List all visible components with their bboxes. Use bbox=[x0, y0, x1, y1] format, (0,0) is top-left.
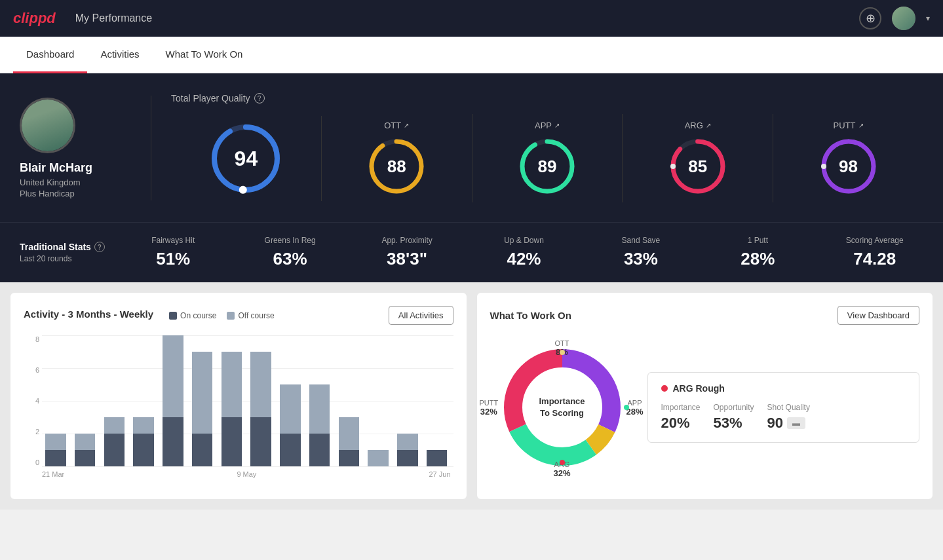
trad-stats-label: Traditional Stats ? Last 20 rounds bbox=[20, 242, 105, 263]
bar-on-course bbox=[133, 434, 153, 466]
donut-chart: ImportanceTo Scoring OTT 8% APP 28% ARG … bbox=[490, 335, 634, 479]
bar-off-course bbox=[309, 384, 330, 434]
arg-label: ARG ↗ bbox=[685, 121, 711, 130]
bar-on-course bbox=[397, 450, 417, 466]
tpq-help-icon[interactable]: ? bbox=[254, 93, 265, 103]
bar-group bbox=[218, 335, 246, 466]
bar-group bbox=[130, 335, 157, 466]
arg-segment-dot bbox=[560, 460, 565, 465]
bar-off-course bbox=[45, 434, 66, 450]
bar-off-course bbox=[75, 434, 95, 450]
shot-quality-tag: ▬ bbox=[787, 417, 805, 429]
add-button[interactable]: ⊕ bbox=[859, 7, 881, 29]
chart-area: 8 6 4 2 0 21 Mar 9 May 27 Jun bbox=[24, 335, 453, 486]
tpq-label: Total Player Quality ? bbox=[171, 93, 923, 103]
bar-on-course bbox=[280, 434, 300, 466]
trad-stats-title: Traditional Stats ? bbox=[20, 242, 105, 252]
bar-group bbox=[247, 335, 275, 466]
tab-nav: Dashboard Activities What To Work On bbox=[0, 37, 943, 73]
avatar-dropdown-icon[interactable]: ▾ bbox=[926, 14, 930, 23]
on-course-dot bbox=[169, 312, 177, 320]
stat-up-down: Up & Down 42% bbox=[475, 236, 572, 269]
user-avatar[interactable] bbox=[892, 7, 915, 30]
player-name: Blair McHarg bbox=[20, 161, 92, 175]
app-value: 89 bbox=[538, 157, 557, 177]
main-score-card: 94 bbox=[171, 116, 322, 201]
x-label-mar: 21 Mar bbox=[42, 470, 64, 486]
detail-opportunity: Opportunity 53% bbox=[714, 403, 754, 432]
bar-group bbox=[101, 335, 128, 466]
ott-score-card: OTT ↗ 88 bbox=[322, 114, 472, 202]
stat-sand-save: Sand Save 33% bbox=[592, 236, 689, 269]
bar-stack bbox=[104, 417, 125, 466]
app-score-card: APP ↗ 89 bbox=[472, 114, 623, 202]
bar-off-course bbox=[104, 417, 125, 434]
bar-stack bbox=[163, 335, 183, 466]
bar-on-course bbox=[221, 417, 242, 466]
nav-right: ⊕ ▾ bbox=[859, 7, 930, 30]
trad-stats-help-icon[interactable]: ? bbox=[94, 242, 105, 252]
bar-stack bbox=[45, 434, 66, 466]
y-label-6: 6 bbox=[35, 366, 39, 374]
detail-card: ARG Rough Importance 20% Opportunity 53%… bbox=[647, 372, 920, 443]
bar-group bbox=[336, 335, 363, 466]
player-country: United Kingdom bbox=[20, 177, 81, 187]
bar-off-course bbox=[368, 450, 388, 466]
legend-off-course: Off course bbox=[227, 311, 274, 320]
stat-fairways-hit: Fairways Hit 51% bbox=[125, 236, 221, 269]
bar-off-course bbox=[280, 384, 300, 434]
bar-group bbox=[423, 335, 451, 466]
ott-segment-dot bbox=[560, 350, 565, 355]
wtwo-title: What To Work On bbox=[490, 310, 571, 321]
what-to-work-on-panel: What To Work On View Dashboard Impo bbox=[477, 293, 933, 499]
putt-score-card: PUTT ↗ 98 bbox=[773, 114, 923, 202]
view-dashboard-button[interactable]: View Dashboard bbox=[837, 306, 919, 325]
bar-group bbox=[159, 335, 187, 466]
y-axis: 8 6 4 2 0 bbox=[24, 335, 39, 466]
bottom-panels: Activity - 3 Months - Weekly On course O… bbox=[0, 282, 943, 510]
bar-on-course bbox=[427, 450, 447, 466]
arg-circle: 85 bbox=[668, 137, 727, 196]
app-circle: 89 bbox=[518, 137, 577, 196]
plus-icon: ⊕ bbox=[866, 11, 876, 26]
bar-stack bbox=[309, 384, 330, 466]
arg-arrow-icon: ↗ bbox=[706, 122, 711, 129]
trad-stats-sublabel: Last 20 rounds bbox=[20, 254, 105, 263]
bar-off-course bbox=[250, 352, 271, 417]
bar-group bbox=[71, 335, 99, 466]
player-handicap: Plus Handicap bbox=[20, 189, 75, 198]
bar-on-course bbox=[192, 434, 212, 466]
bar-on-course bbox=[250, 417, 271, 466]
y-label-4: 4 bbox=[35, 397, 39, 405]
putt-value: 98 bbox=[839, 157, 858, 177]
y-label-0: 0 bbox=[35, 458, 39, 466]
ott-arrow-icon: ↗ bbox=[404, 122, 409, 129]
tab-what-to-work-on[interactable]: What To Work On bbox=[153, 37, 256, 73]
chart-legend: On course Off course bbox=[169, 311, 275, 320]
bar-stack bbox=[339, 417, 359, 466]
bar-on-course bbox=[309, 434, 330, 466]
logo: clippd My Performance bbox=[13, 10, 152, 27]
ott-value: 88 bbox=[387, 157, 406, 177]
stat-app-proximity: App. Proximity 38'3" bbox=[358, 236, 455, 269]
legend-on-course: On course bbox=[169, 311, 216, 320]
tab-dashboard[interactable]: Dashboard bbox=[13, 37, 87, 73]
all-activities-button[interactable]: All Activities bbox=[389, 306, 453, 325]
bar-off-course bbox=[192, 352, 212, 434]
bar-group bbox=[364, 335, 392, 466]
wtwo-header: What To Work On View Dashboard bbox=[490, 306, 920, 325]
ott-label: OTT ↗ bbox=[384, 121, 409, 130]
main-score-circle: 94 bbox=[210, 122, 282, 195]
y-label-8: 8 bbox=[35, 335, 39, 343]
tab-activities[interactable]: Activities bbox=[87, 37, 152, 73]
ott-circle: 88 bbox=[367, 137, 426, 196]
bar-stack bbox=[250, 352, 271, 466]
bar-off-course bbox=[133, 417, 153, 434]
arg-value: 85 bbox=[688, 157, 707, 177]
hero-section: Blair McHarg United Kingdom Plus Handica… bbox=[0, 73, 943, 222]
y-label-2: 2 bbox=[35, 428, 39, 436]
detail-category-dot bbox=[661, 385, 668, 392]
app-segment-dot bbox=[624, 405, 629, 410]
bar-stack bbox=[427, 450, 447, 466]
stat-1-putt: 1 Putt 28% bbox=[709, 236, 806, 269]
